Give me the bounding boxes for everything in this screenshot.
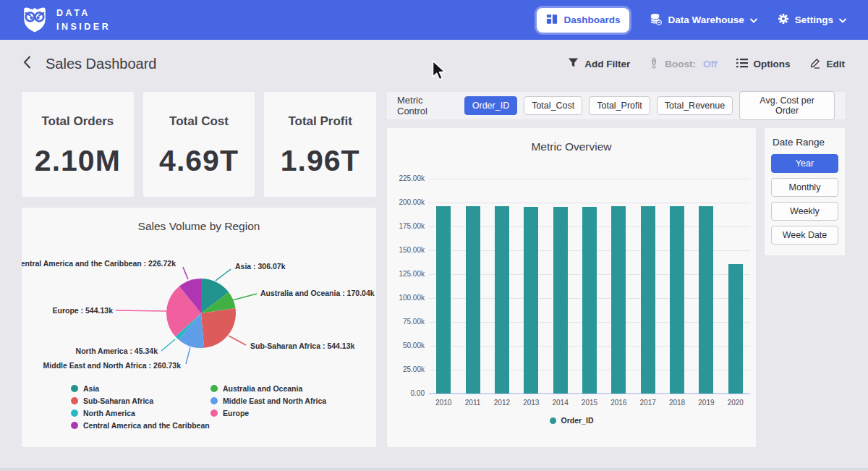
metric-option-total-profit[interactable]: Total_Profit (589, 96, 650, 115)
boost-toggle[interactable]: Boost:Off (649, 57, 717, 71)
legend-dot (210, 397, 218, 404)
bar-2011[interactable] (466, 206, 480, 394)
kpi-label: Total Cost (169, 114, 229, 129)
chevron-down-icon (839, 14, 846, 25)
kpi-card: Total Orders2.10M (22, 92, 134, 197)
bars-container (429, 179, 750, 394)
x-axis-tick-label: 2010 (429, 399, 458, 407)
edit-button[interactable]: Edit (809, 57, 846, 71)
pie-legend: AsiaSub-Saharan AfricaNorth AmericaCentr… (71, 384, 326, 430)
legend-dot (71, 422, 78, 429)
x-axis-tick-label: 2015 (575, 399, 604, 407)
metric-control-bar: Metric Control Order_IDTotal_CostTotal_P… (387, 92, 845, 119)
add-filter-button[interactable]: Add Filter (568, 57, 630, 70)
pie-slice-2[interactable] (201, 308, 236, 348)
bar-2018[interactable] (670, 206, 684, 394)
pie-svg: Asia : 306.07kAustralia and Oceania : 17… (22, 237, 376, 381)
y-axis-tick-label: 200.00k (390, 198, 425, 206)
bar-slot (516, 207, 545, 394)
x-axis-labels: 2010201120122013201420152016201720182019… (429, 399, 750, 407)
bar-slot (429, 206, 458, 394)
date-range-option-year[interactable]: Year (771, 154, 838, 173)
y-axis-tick-label: 0.00 (390, 389, 425, 397)
pie-leader-line (216, 269, 231, 281)
bar-slot (575, 207, 604, 394)
brand-text: DATA INSIDER (56, 7, 111, 33)
metric-option-total-cost[interactable]: Total_Cost (524, 96, 582, 115)
x-axis-tick-label: 2018 (663, 399, 692, 407)
pie-legend-column: Australia and OceaniaMiddle East and Nor… (210, 384, 326, 430)
bar-2016[interactable] (611, 206, 626, 394)
metric-buttons: Order_IDTotal_CostTotal_ProfitTotal_Reve… (464, 91, 835, 120)
pie-chart-title: Sales Volume by Region (22, 208, 376, 233)
bar-chart-card: Metric Overview 225.00k200.00k175.00k150… (387, 128, 756, 447)
bar-slot (604, 206, 633, 394)
nav-dashboards-label: Dashboards (563, 14, 620, 25)
bar-2019[interactable] (699, 206, 713, 394)
brand[interactable]: DATA INSIDER (22, 4, 111, 36)
nav-settings-label: Settings (795, 14, 833, 25)
bar-2013[interactable] (524, 207, 538, 394)
legend-dot (210, 385, 218, 392)
gear-icon (778, 13, 789, 27)
metric-option-total-revenue[interactable]: Total_Revenue (657, 96, 733, 115)
pie-slice-label: North America : 45.34k (76, 347, 158, 355)
bottom-strip (0, 468, 868, 471)
y-axis-tick-label: 150.00k (390, 246, 425, 254)
nav-settings[interactable]: Settings (778, 13, 846, 27)
legend-label: Asia (83, 384, 99, 393)
metric-option-order-id[interactable]: Order_ID (464, 96, 517, 115)
pie-legend-item: North America (71, 409, 210, 417)
bar-2015[interactable] (582, 207, 597, 394)
nav-data-warehouse-label: Data Warehouse (668, 14, 744, 25)
bar-2017[interactable] (641, 206, 655, 394)
x-axis-tick-label: 2014 (546, 399, 575, 407)
bar-2010[interactable] (436, 206, 451, 394)
bar-2020[interactable] (728, 264, 743, 394)
date-range-option-week-date[interactable]: Week Date (771, 226, 838, 245)
date-range-option-monthly[interactable]: Monthly (771, 178, 838, 197)
pie-leader-line (183, 267, 188, 279)
pie-slice-label: Sub-Saharan Africa : 544.13k (250, 341, 354, 350)
metric-option-avg-cost-per-order[interactable]: Avg. Cost per Order (739, 91, 835, 120)
date-range-label: Date Range (773, 137, 838, 148)
y-axis-tick-label: 100.00k (390, 294, 425, 302)
legend-label: Order_ID (561, 416, 594, 425)
bar-slot (546, 207, 575, 394)
kpi-card: Total Profit1.96T (264, 92, 376, 197)
kpi-value: 1.96T (281, 144, 360, 178)
pie-legend-item: Australia and Oceania (210, 384, 326, 393)
options-button[interactable]: Options (736, 58, 791, 70)
y-axis-tick-label: 75.00k (390, 318, 425, 326)
pie-legend-item: Asia (71, 384, 210, 393)
bar-slot (488, 206, 516, 394)
bar-2014[interactable] (553, 207, 568, 394)
pie-slice-label: Australia and Oceania : 170.04k (260, 289, 375, 297)
legend-label: Central America and the Caribbean (83, 421, 210, 430)
legend-label: Middle East and North Africa (223, 396, 326, 405)
legend-dot (210, 410, 218, 417)
back-chevron-icon[interactable] (23, 56, 31, 72)
nav-data-warehouse[interactable]: Data Warehouse (650, 13, 757, 27)
pie-leader-line (161, 339, 175, 351)
pie-legend-column: AsiaSub-Saharan AfricaNorth AmericaCentr… (71, 384, 210, 430)
bar-chart-plot: 225.00k200.00k175.00k150.00k125.00k100.0… (387, 128, 756, 447)
metric-control-label: Metric Control (397, 95, 456, 116)
pie-legend-item: Sub-Saharan Africa (71, 396, 210, 405)
options-list-icon (736, 58, 748, 70)
bar-2012[interactable] (495, 206, 509, 394)
pie-leader-line (116, 310, 166, 311)
date-range-option-weekly[interactable]: Weekly (771, 202, 838, 221)
bar-chart-legend: Order_ID (387, 416, 756, 425)
pie-legend-item: Europe (210, 409, 326, 417)
pie-legend-item: Middle East and North Africa (210, 396, 326, 405)
legend-dot (71, 410, 78, 417)
y-axis-tick-label: 125.00k (390, 270, 425, 278)
legend-dot (550, 417, 556, 424)
owl-logo-icon (22, 4, 48, 36)
kpi-value: 4.69T (159, 144, 239, 178)
bar-slot (692, 206, 720, 394)
nav-dashboards-button[interactable]: Dashboards (537, 8, 629, 33)
boost-rocket-icon (649, 57, 659, 71)
date-range-card: Date Range YearMonthlyWeeklyWeek Date (765, 128, 845, 255)
